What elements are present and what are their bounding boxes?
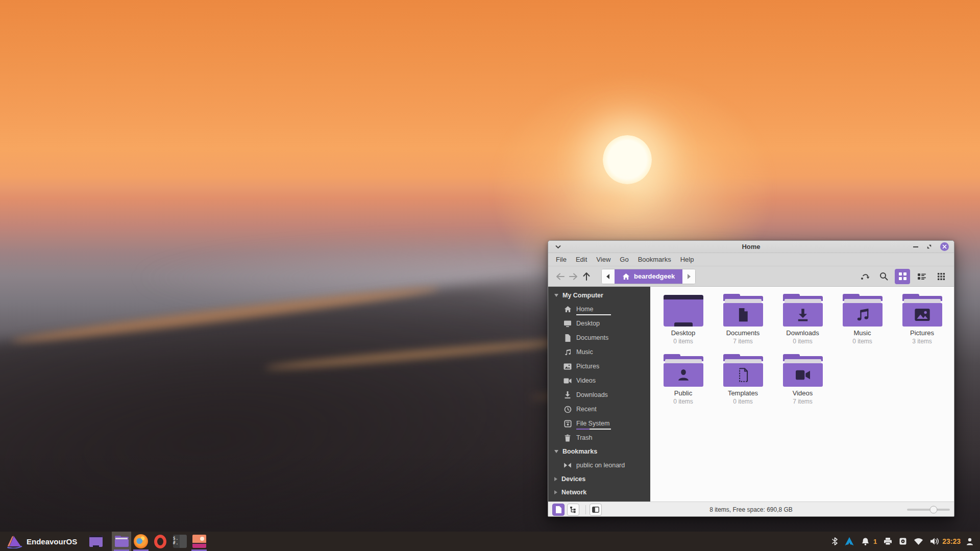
menu-item-help[interactable]: Help: [676, 254, 699, 265]
opera-icon: [154, 535, 166, 548]
file-item-templates[interactable]: Templates 0 items: [713, 354, 773, 414]
sidebar-item-videos[interactable]: Videos: [548, 373, 650, 388]
menu-item-go[interactable]: Go: [615, 254, 633, 265]
template-folder-icon: [723, 354, 763, 387]
open-tab-indicator: [576, 314, 611, 315]
picture-folder-icon: [902, 294, 942, 327]
expander-icon: [554, 450, 558, 453]
menu-item-edit[interactable]: Edit: [571, 254, 592, 265]
sun: [603, 135, 652, 184]
bluetooth-icon[interactable]: [832, 537, 838, 546]
download-icon: [564, 391, 572, 399]
filesystem-icon: [564, 419, 572, 428]
expander-icon: [554, 477, 557, 481]
sidebar-item-downloads[interactable]: Downloads: [548, 388, 650, 402]
titlebar[interactable]: Home: [548, 241, 954, 253]
system-tray: 1: [832, 537, 939, 546]
menu-item-view[interactable]: View: [592, 254, 615, 265]
firefox-icon: [134, 534, 148, 548]
arch-linux-icon[interactable]: [844, 537, 854, 546]
wifi-icon[interactable]: [914, 538, 923, 545]
sun-reflection: [558, 182, 655, 222]
image-viewer-icon: [192, 535, 206, 548]
clock[interactable]: 23:23: [942, 537, 961, 545]
sidebar-item-music[interactable]: Music: [548, 345, 650, 359]
window-title: Home: [548, 243, 954, 251]
user-icon[interactable]: [966, 537, 974, 546]
recent-icon: [564, 405, 572, 413]
download-folder-icon: [783, 294, 823, 327]
icon-view-button[interactable]: [895, 269, 910, 284]
forward-button[interactable]: [567, 270, 580, 283]
printer-icon[interactable]: [884, 537, 892, 545]
toggle-location-entry-icon[interactable]: [858, 269, 872, 284]
menubar: FileEditViewGoBookmarksHelp: [548, 253, 954, 266]
close-button[interactable]: [940, 242, 949, 251]
toolbar: beardedgeek: [548, 266, 954, 287]
sidebar-item-pictures[interactable]: Pictures: [548, 359, 650, 373]
notifications-bell-icon[interactable]: [861, 537, 870, 546]
endeavouros-logo[interactable]: [6, 534, 22, 548]
file-item-public[interactable]: Public 0 items: [653, 354, 713, 414]
breadcrumb-current-folder[interactable]: beardedgeek: [615, 269, 682, 284]
sidebar-item-desktop[interactable]: Desktop: [548, 316, 650, 331]
open-tab-indicator: [576, 429, 611, 430]
file-item-videos[interactable]: Videos 7 items: [773, 354, 832, 414]
taskbar-app-file-manager[interactable]: [112, 532, 131, 551]
taskbar-app-firefox[interactable]: [131, 532, 151, 551]
terminal-icon: $. #.: [173, 535, 187, 548]
volume-icon[interactable]: [930, 537, 939, 545]
compact-view-button[interactable]: [934, 269, 949, 284]
expander-icon: [554, 490, 557, 494]
back-button[interactable]: [553, 270, 567, 283]
taskbar-app-image-viewer[interactable]: [189, 532, 209, 551]
sidebar-section-bookmarks[interactable]: Bookmarks: [548, 445, 650, 458]
menu-item-file[interactable]: File: [551, 254, 571, 265]
statusbar: 8 items, Free space: 690,8 GB: [548, 502, 954, 517]
up-button[interactable]: [580, 270, 593, 283]
sidebar-section-my-computer[interactable]: My Computer: [548, 289, 650, 302]
removable-media-icon[interactable]: [899, 537, 907, 545]
public-folder-icon: [664, 354, 703, 387]
document-folder-icon: [723, 294, 763, 327]
os-label[interactable]: EndeavourOS: [27, 537, 77, 546]
sidebar-item-public-on-leonard[interactable]: public on leonard: [548, 458, 650, 472]
file-grid: Desktop 0 items Documents 7 items Downlo…: [650, 287, 954, 502]
list-view-button[interactable]: [914, 269, 929, 284]
breadcrumb-scroll-right[interactable]: [682, 269, 695, 284]
file-manager-window: Home FileEditViewGoBookmarksHelp: [548, 240, 954, 517]
breadcrumb-scroll-left[interactable]: [602, 269, 615, 284]
file-item-desktop[interactable]: Desktop 0 items: [653, 294, 713, 354]
home-icon: [622, 273, 630, 280]
music-icon: [564, 348, 572, 356]
show-desktop-button[interactable]: [87, 532, 105, 551]
notification-count: 1: [873, 538, 877, 545]
taskbar-app-opera[interactable]: [151, 532, 170, 551]
restore-button[interactable]: [926, 244, 932, 249]
minimize-button[interactable]: [913, 246, 918, 247]
desktop-icon: [564, 319, 572, 328]
search-icon[interactable]: [876, 269, 891, 284]
menu-item-bookmarks[interactable]: Bookmarks: [633, 254, 676, 265]
desktop-icon: [89, 536, 103, 547]
sidebar-section-devices[interactable]: Devices: [548, 472, 650, 486]
sidebar-section: Devices: [548, 472, 650, 486]
taskbar-app-terminal[interactable]: $. #.: [170, 532, 189, 551]
file-manager-icon: [115, 536, 129, 547]
sidebar-item-home[interactable]: Home: [548, 302, 650, 316]
sidebar-section-network[interactable]: Network: [548, 486, 650, 499]
sidebar-item-file-system[interactable]: File System: [548, 416, 650, 431]
file-item-documents[interactable]: Documents 7 items: [713, 294, 773, 354]
file-item-pictures[interactable]: Pictures 3 items: [892, 294, 952, 354]
sidebar-item-recent[interactable]: Recent: [548, 402, 650, 416]
file-item-downloads[interactable]: Downloads 0 items: [773, 294, 832, 354]
zoom-slider-knob[interactable]: [930, 506, 938, 513]
music-folder-icon: [843, 294, 883, 327]
desktop-folder-icon: [664, 294, 703, 327]
sidebar-item-documents[interactable]: Documents: [548, 331, 650, 345]
file-item-music[interactable]: Music 0 items: [832, 294, 892, 354]
share-icon: [564, 461, 572, 469]
sidebar-section: Bookmarks public on leonard: [548, 445, 650, 472]
sidebar-item-trash[interactable]: Trash: [548, 431, 650, 445]
zoom-slider[interactable]: [907, 506, 950, 513]
